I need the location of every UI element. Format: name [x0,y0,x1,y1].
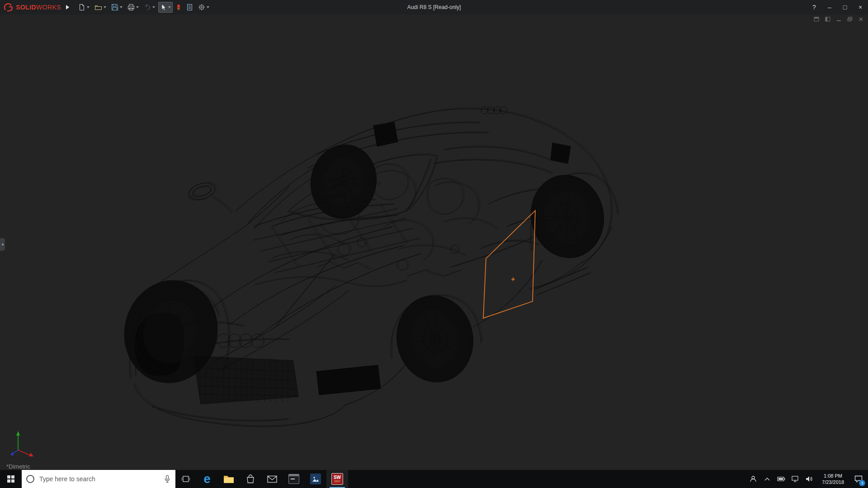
view-orientation-label: *Dimetric [6,463,30,470]
sw-year-label: 2017 [334,480,340,483]
speaker-icon [806,476,813,482]
ds-logo-icon [4,3,14,12]
new-document-button[interactable] [76,2,91,13]
dropdown-caret-icon[interactable] [87,6,90,8]
start-button[interactable] [0,470,22,488]
photos-app-icon[interactable] [305,470,326,488]
store-app-icon[interactable] [240,470,261,488]
task-view-button[interactable] [175,470,196,488]
mail-app-icon[interactable] [261,470,283,488]
file-explorer-app-icon[interactable] [218,470,240,488]
orientation-triad [7,425,39,457]
terminal-window-icon [288,474,299,484]
dropdown-caret-icon[interactable] [168,6,171,8]
doc-restore-button[interactable] [847,17,853,22]
open-document-button[interactable] [93,2,108,13]
rebuild-traffic-light-icon [176,4,181,11]
open-folder-icon [94,4,102,11]
file-properties-button[interactable] [184,2,195,13]
graphics-viewport[interactable]: *Dimetric [0,14,868,470]
microphone-icon[interactable] [164,475,171,483]
solidworks-emblem-icon: SW 2017 [331,473,343,485]
pane-icon[interactable] [825,17,830,22]
chevron-up-icon [764,477,770,481]
titlebar: SOLIDWORKS [0,0,868,14]
search-input[interactable] [38,475,160,483]
edge-app-icon[interactable]: e [196,470,218,488]
people-button[interactable] [748,470,758,488]
save-button[interactable] [109,2,124,13]
doc-close-button[interactable] [859,17,863,22]
maximize-button[interactable]: □ [837,0,853,14]
flyout-arrow-icon [66,5,69,9]
clock-time: 1:08 PM [824,473,842,479]
select-cursor-icon [160,4,167,11]
battery-status-button[interactable] [776,470,786,488]
desktop-screen: SOLIDWORKS [0,0,868,488]
front-right-wheel [390,290,480,388]
print-button[interactable] [126,2,141,13]
wireframe-car-model[interactable] [0,14,868,470]
minimize-button[interactable]: – [822,0,837,14]
notification-badge: 3 [859,480,865,486]
taskbar-search-box[interactable] [22,470,175,488]
cortana-icon [26,475,34,483]
gear-icon [198,4,205,11]
document-title: Audi R8 S [Read-only] [407,0,461,14]
action-center-button[interactable]: 3 [852,470,865,488]
network-monitor-icon [792,476,799,482]
brand-text: SOLIDWORKS [16,4,61,11]
quick-access-toolbar [76,2,211,13]
volume-button[interactable] [804,470,814,488]
document-window-controls [814,17,863,22]
doc-minimize-button[interactable] [836,17,841,22]
printer-icon [127,4,135,11]
tab-dot-icon [2,244,4,245]
dropdown-caret-icon[interactable] [136,6,139,8]
windows-logo-icon [7,475,14,483]
undo-button[interactable] [142,2,157,13]
command-prompt-app-icon[interactable] [283,470,305,488]
new-document-icon [78,4,85,11]
network-status-button[interactable] [790,470,800,488]
photos-emblem-icon [310,474,321,484]
save-floppy-icon [111,4,118,11]
taskbar-clock[interactable]: 1:08 PM 7/23/2018 [818,473,848,485]
shopping-bag-icon [246,474,255,483]
system-tray: 1:08 PM 7/23/2018 3 [748,470,868,488]
dropdown-caret-icon[interactable] [152,6,155,8]
envelope-icon [267,475,277,483]
pinned-apps: e [196,470,348,488]
sw-label: SW [334,475,341,480]
file-properties-icon [186,4,193,11]
close-button[interactable]: × [853,0,868,14]
undo-arrow-icon [144,4,151,11]
dropdown-caret-icon[interactable] [104,6,106,8]
dropdown-caret-icon[interactable] [120,6,123,8]
solidworks-app-icon[interactable]: SW 2017 [326,470,348,488]
edge-e-glyph: e [203,473,210,485]
help-button[interactable]: ? [807,0,822,14]
hidden-icons-button[interactable] [762,470,772,488]
brand-works: WORKS [36,4,61,11]
clock-date: 7/23/2018 [822,479,844,485]
windows-taskbar: e [0,470,868,488]
pane-icon[interactable] [814,17,819,22]
battery-icon [777,477,785,481]
window-controls: ? – □ × [807,0,868,14]
brand-solid: SOLID [16,4,36,11]
people-icon [750,475,757,483]
solidworks-logo: SOLIDWORKS [0,3,64,12]
menu-flyout-button[interactable] [64,2,72,13]
task-view-icon [181,475,190,483]
feature-panel-collapsed-tab[interactable] [0,238,5,251]
rebuild-button[interactable] [174,2,183,13]
dropdown-caret-icon[interactable] [207,6,209,8]
folder-icon [223,474,234,483]
options-button[interactable] [196,2,211,13]
select-tool-button[interactable] [158,2,173,13]
